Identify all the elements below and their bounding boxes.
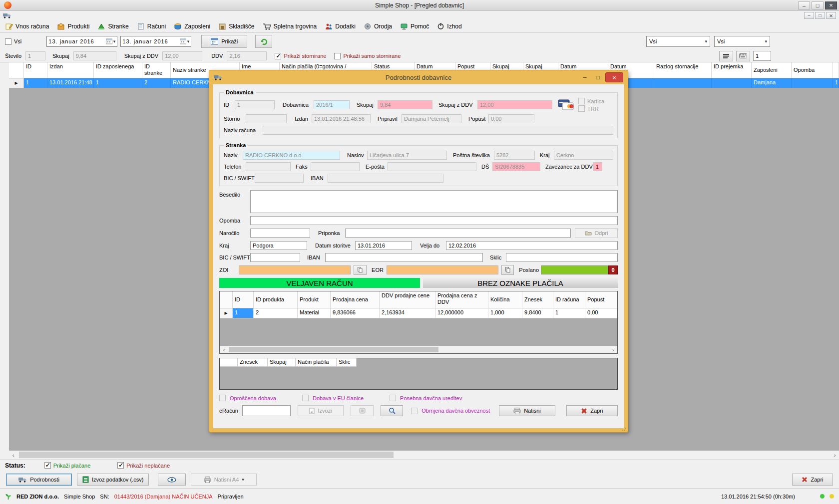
menu-racuni[interactable]: Računi [137, 22, 166, 30]
minimize-button[interactable] [798, 1, 810, 9]
show-cancelled-checkbox[interactable] [275, 53, 281, 59]
col-opomba[interactable]: Opomba [792, 62, 833, 78]
pcol-nacin-placila[interactable]: Način plačila [296, 358, 337, 367]
scroll-left-icon[interactable]: ‹ [9, 452, 17, 458]
col-id-zaposlenega[interactable]: ID zaposlenega [94, 62, 142, 78]
list-view-button[interactable] [719, 51, 733, 61]
menu-stranke[interactable]: Stranke [97, 22, 128, 30]
eposta-field [388, 162, 476, 171]
icol-id-produkta[interactable]: ID produkta [254, 291, 298, 308]
show-unpaid-checkbox[interactable] [117, 462, 124, 469]
icol-kolicina[interactable]: Količina [488, 291, 522, 308]
icol-id-racuna[interactable]: ID računa [553, 291, 585, 308]
preview-button[interactable] [158, 474, 186, 486]
dialog-print-button[interactable]: Natisni [499, 405, 555, 416]
eracun-field[interactable] [242, 405, 291, 416]
icol-znesek[interactable]: Znesek [522, 291, 553, 308]
menu-zaposleni[interactable]: Zaposleni [174, 22, 210, 30]
pcol-sklic[interactable]: Sklic [337, 358, 357, 367]
kartica-checkbox[interactable] [578, 98, 585, 104]
priponka-field[interactable] [345, 229, 571, 238]
opomba-field[interactable] [250, 216, 618, 225]
keyboard-button[interactable] [736, 51, 750, 61]
date-to-picker[interactable]: 13. januar 2016 ▾ [120, 36, 191, 47]
kraj-value: Cerkno [556, 152, 574, 158]
col-id[interactable]: ID [24, 62, 47, 78]
type-filter-select[interactable]: Vsi ▾ [646, 36, 710, 47]
show-button[interactable]: Prikaži [201, 35, 247, 48]
posebna-checkbox[interactable] [390, 395, 396, 401]
col-id-prejemka[interactable]: ID prejemka [712, 62, 752, 78]
items-grid-row[interactable]: 1 2 Material 9,836066 2,163934 12,000000… [220, 308, 617, 318]
status-filter-select[interactable]: Vsi ▾ [714, 36, 770, 47]
pcol-znesek[interactable]: Znesek [238, 358, 268, 367]
dialog-restore-button[interactable] [592, 73, 603, 82]
show-only-cancelled-checkbox[interactable] [334, 53, 341, 59]
menu-skladisce[interactable]: Skladišče [218, 22, 254, 30]
menu-pomoc[interactable]: Pomoč [400, 22, 429, 30]
icol-prodajna-cena-z-ddv[interactable]: Prodajna cena z DDV [435, 291, 488, 308]
narocilo-field[interactable] [250, 229, 310, 238]
icol-prodajna-cena[interactable]: Prodajna cena [331, 291, 380, 308]
menu-orodja[interactable]: Orodja [364, 22, 392, 30]
copy-eor-button[interactable] [501, 265, 514, 275]
cell-partial: 1 [833, 78, 839, 88]
close-button[interactable] [825, 1, 837, 9]
col-zaposleni[interactable]: Zaposleni [752, 62, 792, 78]
open-attachment-button[interactable]: Odpri [575, 228, 618, 238]
menu-produkti[interactable]: Produkti [57, 22, 89, 30]
bic2-field[interactable] [250, 253, 300, 262]
close-view-button[interactable]: Zapri [792, 474, 833, 486]
export-eracun-button[interactable]: Izvozi [298, 405, 344, 416]
date-from-picker[interactable]: 13. januar 2016 ▾ [46, 36, 117, 47]
search-button[interactable] [381, 405, 404, 416]
icol-produkt[interactable]: Produkt [298, 291, 331, 308]
obrnjena-checkbox[interactable] [411, 408, 418, 414]
scrollbar-thumb[interactable] [229, 347, 438, 352]
all-checkbox[interactable] [5, 38, 11, 45]
dialog-close-action-button[interactable]: Zapri [566, 405, 618, 416]
maximize-button[interactable] [812, 1, 824, 9]
oproscena-checkbox[interactable] [219, 395, 226, 401]
icol-ddv-prodajne-cene[interactable]: DDV prodajne cene [380, 291, 435, 308]
scroll-right-icon[interactable]: › [609, 347, 617, 353]
scrollbar-thumb[interactable] [19, 452, 394, 458]
besedilo-textarea[interactable] [250, 190, 618, 213]
menu-dodatki[interactable]: Dodatki [325, 22, 356, 30]
menu-spletna-trgovina[interactable]: Spletna trgovina [263, 22, 317, 30]
col-razlog-stornacije[interactable]: Razlog stornacije [654, 62, 712, 78]
kraj-storitve-field[interactable]: Podgora [250, 241, 307, 250]
dialog-titlebar[interactable]: Podrobnosti dobavnice [213, 71, 624, 84]
copy-zoi-button[interactable] [354, 265, 367, 275]
menu-izhod[interactable]: Izhod [437, 22, 461, 30]
menu-vnos-racuna[interactable]: Vnos računa [5, 22, 49, 30]
sklic-field[interactable] [506, 253, 618, 262]
iban2-field[interactable] [325, 253, 483, 262]
trr-checkbox[interactable] [578, 105, 585, 112]
icol-id[interactable]: ID [233, 291, 254, 308]
items-grid-scrollbar[interactable]: ‹ › [220, 346, 617, 353]
dialog-minimize-button[interactable] [579, 73, 590, 82]
col-id-stranke[interactable]: ID stranke [142, 62, 171, 78]
mdi-close-button[interactable] [826, 12, 836, 19]
sign-button[interactable] [351, 405, 374, 416]
dialog-close-button[interactable] [605, 72, 623, 82]
col-izdan[interactable]: Izdan [47, 62, 94, 78]
show-paid-checkbox[interactable] [44, 462, 51, 469]
scroll-left-icon[interactable]: ‹ [220, 347, 228, 353]
page-field[interactable]: 1 [753, 51, 771, 61]
dialog-resize-grip[interactable] [622, 426, 627, 431]
eu-checkbox[interactable] [302, 395, 309, 401]
icol-popust[interactable]: Popust [585, 291, 617, 308]
mdi-minimize-button[interactable] [804, 12, 814, 19]
datum-storitve-field[interactable]: 13.01.2016 [355, 241, 412, 250]
mdi-restore-button[interactable] [815, 12, 825, 19]
refresh-button[interactable] [255, 35, 272, 48]
details-button[interactable]: Podrobnosti [6, 474, 72, 486]
export-csv-button[interactable]: Izvoz podatkov (.csv) [77, 474, 149, 486]
print-a4-button[interactable]: Natisni A4 ▾ [191, 474, 257, 486]
pcol-skupaj[interactable]: Skupaj [268, 358, 296, 367]
grid-horizontal-scrollbar[interactable]: ‹ › [9, 451, 839, 459]
scroll-right-icon[interactable]: › [831, 452, 839, 458]
velja-do-field[interactable]: 12.02.2016 [446, 241, 618, 250]
